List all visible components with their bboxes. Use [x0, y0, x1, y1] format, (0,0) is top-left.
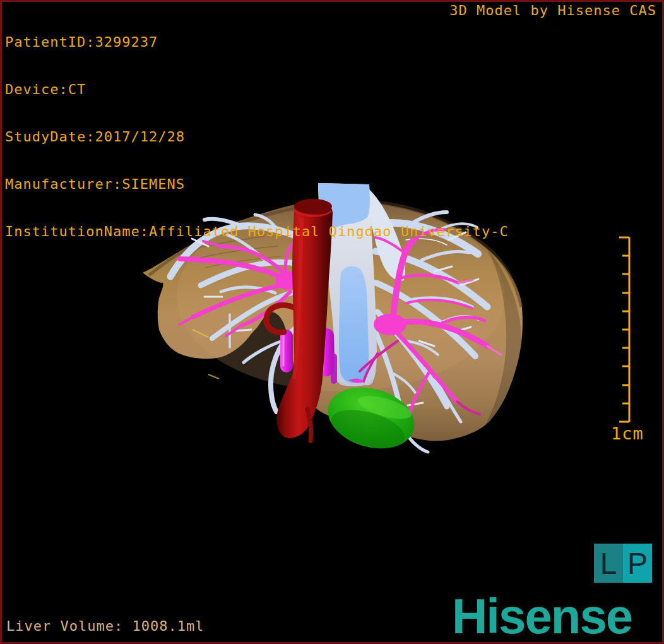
orientation-left-label: L [594, 544, 623, 583]
institution-text: InstitutionName:Affiliated Hospital Qing… [5, 224, 509, 239]
liver-volume-text: Liver Volume: 1008.1ml [6, 618, 204, 634]
patient-info-block: PatientID:3299237 Device:CT StudyDate:20… [5, 3, 509, 271]
orientation-marker: L P [594, 544, 652, 583]
orientation-posterior-label: P [623, 544, 652, 583]
manufacturer-text: Manufacturer:SIEMENS [5, 176, 509, 192]
scale-bar-label: 1cm [611, 424, 644, 443]
hisense-logo: Hisense [452, 592, 632, 640]
device-text: Device:CT [5, 81, 509, 97]
study-date-text: StudyDate:2017/12/28 [5, 129, 509, 145]
model-credit-text: 3D Model by Hisense CAS [449, 3, 656, 18]
patient-id-text: PatientID:3299237 [5, 34, 509, 50]
medical-3d-viewer: 1cm PatientID:3299237 Device:CT StudyDat… [0, 0, 664, 644]
scale-bar: 1cm [611, 237, 644, 443]
